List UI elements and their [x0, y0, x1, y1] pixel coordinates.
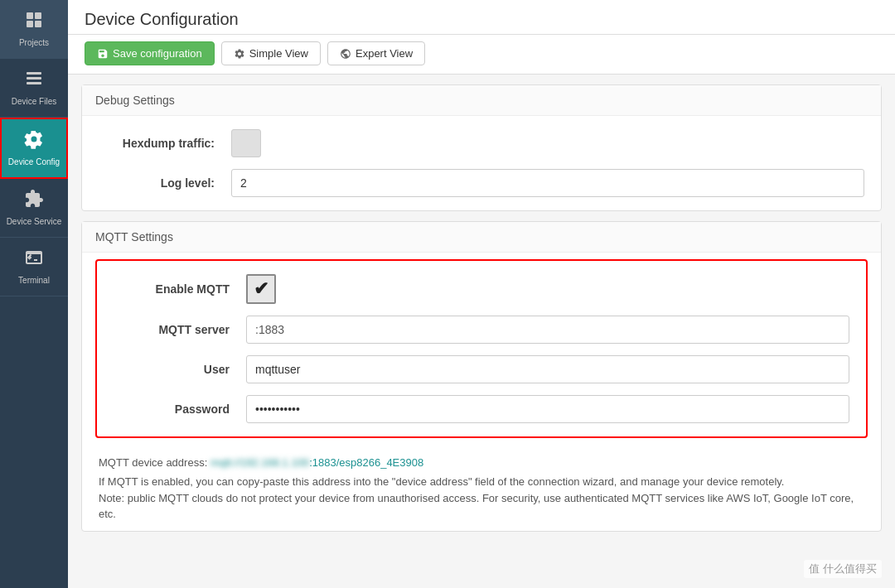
log-level-row: Log level: [99, 169, 864, 197]
sidebar-item-device-config[interactable]: Device Config [0, 118, 68, 179]
mqtt-highlight-box: Enable MQTT ✔ MQTT server User [95, 259, 868, 438]
mqtt-info: MQTT device address: mqtt://192.168.1.10… [82, 448, 881, 531]
mqtt-user-row: User [114, 355, 849, 383]
mqtt-note: If MQTT is enabled, you can copy-paste t… [99, 474, 864, 523]
svg-rect-1 [35, 12, 41, 19]
sidebar-item-device-config-label: Device Config [8, 157, 60, 167]
terminal-icon [24, 248, 44, 272]
debug-settings-section: Debug Settings Hexdump traffic: Log leve… [81, 84, 882, 211]
projects-icon [24, 10, 44, 35]
mqtt-address-link[interactable]: mqtt://192.168.1.100:1883/esp8266_4E3908 [210, 456, 423, 469]
mqtt-server-row: MQTT server [114, 316, 849, 344]
mqtt-password-input[interactable] [246, 395, 849, 423]
mqtt-address-line: MQTT device address: mqtt://192.168.1.10… [99, 456, 864, 469]
enable-mqtt-row: Enable MQTT ✔ [114, 274, 849, 304]
svg-rect-5 [27, 77, 41, 80]
expert-view-button[interactable]: Expert View [327, 41, 425, 65]
device-config-icon [24, 129, 44, 154]
debug-settings-body: Hexdump traffic: Log level: [82, 116, 881, 210]
mqtt-address-blurred: mqtt://192.168.1.100 [210, 456, 309, 469]
hexdump-label: Hexdump traffic: [99, 137, 231, 150]
sidebar-item-device-service-label: Device Service [7, 217, 62, 227]
mqtt-password-row: Password [114, 395, 849, 423]
enable-mqtt-label: Enable MQTT [114, 282, 246, 296]
enable-mqtt-checkbox[interactable]: ✔ [246, 274, 276, 304]
sidebar-item-terminal[interactable]: Terminal [0, 238, 68, 296]
mqtt-address-prefix: MQTT device address: [99, 456, 210, 469]
svg-rect-0 [27, 12, 33, 19]
device-service-icon [24, 189, 44, 214]
main-content: Device Configuration Save configuration … [68, 0, 895, 588]
sidebar-item-projects[interactable]: Projects [0, 0, 68, 59]
sidebar-item-device-files[interactable]: Device Files [0, 59, 68, 118]
toolbar: Save configuration Simple View Expert Vi… [68, 35, 895, 75]
device-files-icon [24, 69, 44, 94]
checkmark-icon: ✔ [254, 278, 268, 300]
mqtt-password-label: Password [114, 402, 246, 416]
svg-rect-2 [27, 21, 33, 27]
save-configuration-button[interactable]: Save configuration [85, 41, 215, 65]
sidebar: Projects Device Files Device Config Devi… [0, 0, 68, 588]
log-level-label: Log level: [99, 176, 231, 190]
mqtt-user-label: User [114, 363, 246, 376]
page-title: Device Configuration [68, 0, 895, 35]
save-icon [97, 48, 109, 60]
mqtt-server-label: MQTT server [114, 323, 246, 336]
mqtt-address-visible: :1883/esp8266_4E3908 [309, 456, 423, 469]
sidebar-item-device-service[interactable]: Device Service [0, 179, 68, 238]
simple-view-icon [234, 48, 245, 60]
svg-rect-4 [27, 72, 41, 75]
debug-settings-title: Debug Settings [82, 85, 881, 116]
sidebar-item-terminal-label: Terminal [18, 276, 50, 286]
mqtt-server-input[interactable] [246, 316, 849, 344]
expert-view-icon [340, 48, 351, 60]
sidebar-item-projects-label: Projects [19, 38, 49, 48]
svg-rect-3 [35, 21, 41, 27]
content-area: Debug Settings Hexdump traffic: Log leve… [68, 75, 895, 588]
hexdump-checkbox[interactable] [231, 129, 261, 157]
mqtt-settings-section: MQTT Settings Enable MQTT ✔ MQTT server [81, 221, 882, 532]
hexdump-row: Hexdump traffic: [99, 129, 864, 157]
log-level-input[interactable] [231, 169, 864, 197]
mqtt-user-input[interactable] [246, 355, 849, 383]
simple-view-button[interactable]: Simple View [221, 41, 321, 65]
sidebar-item-device-files-label: Device Files [12, 97, 56, 107]
mqtt-settings-title: MQTT Settings [82, 222, 881, 253]
watermark: 值 什么值得买 [804, 560, 882, 578]
svg-rect-6 [27, 82, 41, 84]
